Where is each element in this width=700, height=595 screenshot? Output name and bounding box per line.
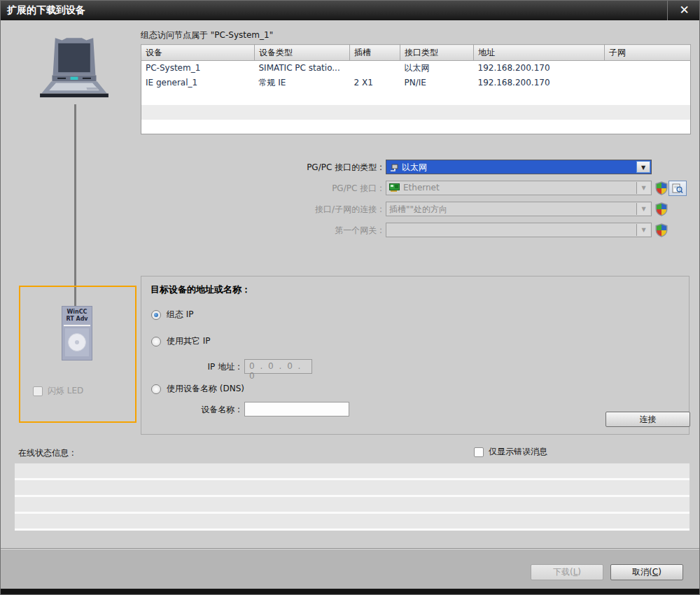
connect-button[interactable]: 连接 <box>606 412 690 427</box>
cell-subnet <box>605 76 691 90</box>
radio-icon[interactable] <box>151 310 161 320</box>
radio-configured-ip-label: 组态 IP <box>167 309 194 321</box>
cell-subnet <box>605 61 691 76</box>
device-name-label: 设备名称 : <box>152 404 240 416</box>
radio-icon[interactable] <box>151 384 161 394</box>
download-button-label: 下载( <box>553 567 573 577</box>
cancel-button[interactable]: 取消(C) <box>610 564 683 580</box>
subnet-connection-combo[interactable]: 插槽""处的方向 ▼ <box>386 202 652 216</box>
configured-nodes-table: 设备 设备类型 插槽 接口类型 地址 子网 PC-System_1 SIMATI… <box>141 44 691 134</box>
module-label-line2: RT Adv <box>62 316 92 323</box>
cancel-button-label: 取消( <box>632 567 652 577</box>
first-gateway-label: 第一个网关 : <box>221 225 382 237</box>
cell-slot: 2 X1 <box>350 76 400 90</box>
col-header-address[interactable]: 地址 <box>474 45 605 61</box>
status-message-row <box>15 514 690 531</box>
chevron-down-icon[interactable]: ▼ <box>636 161 650 173</box>
module-label-line1: WinCC <box>62 309 92 316</box>
security-shield-icon <box>654 181 668 195</box>
cell-interface-type: PN/IE <box>400 76 474 90</box>
status-message-list <box>15 463 690 531</box>
col-header-device[interactable]: 设备 <box>141 45 255 61</box>
errors-only-checkbox[interactable] <box>474 447 484 457</box>
chevron-down-icon: ▼ <box>636 182 650 194</box>
table-empty-row <box>141 120 691 134</box>
module-knob <box>68 333 86 351</box>
connection-cable <box>74 104 76 309</box>
chevron-down-icon: ▼ <box>636 203 650 215</box>
pgpc-interface-combo[interactable]: Ethernet ▼ <box>386 181 652 195</box>
radio-configured-ip[interactable]: 组态 IP <box>151 309 194 321</box>
module-body <box>65 328 89 356</box>
col-header-subnet[interactable]: 子网 <box>605 45 691 61</box>
security-shield-icon <box>654 202 668 216</box>
pg-laptop-icon <box>36 36 113 106</box>
device-name-field[interactable] <box>244 402 349 416</box>
pgpc-interface-value: Ethernet <box>403 183 440 192</box>
browse-search-button[interactable] <box>668 181 687 196</box>
security-shield-icon <box>654 223 668 237</box>
flash-led-label: 闪烁 LED <box>48 385 83 397</box>
ethernet-node-icon <box>389 164 398 172</box>
table-header-row: 设备 设备类型 插槽 接口类型 地址 子网 <box>141 45 691 61</box>
dialog-title: 扩展的下载到设备 <box>7 4 85 17</box>
wincc-rt-adv-device-icon[interactable]: WinCC RT Adv <box>62 306 92 360</box>
pgpc-interface-type-combo[interactable]: 以太网 ▼ <box>386 160 652 174</box>
target-device-panel: 目标设备的地址或名称： 组态 IP 使用其它 IP IP 地址 : 0 . 0 … <box>141 276 690 435</box>
pgpc-interface-label: PG/PC 接口 : <box>221 183 382 195</box>
errors-only-row: 仅显示错误消息 <box>474 446 547 458</box>
pgpc-interface-type-value: 以太网 <box>402 162 427 174</box>
cell-slot <box>350 61 400 76</box>
download-button[interactable]: 下载(L) <box>531 564 603 580</box>
ip-address-field[interactable]: 0 . 0 . 0 . 0 <box>244 359 312 374</box>
col-header-interface-type[interactable]: 接口类型 <box>400 45 474 61</box>
radio-device-name-dns[interactable]: 使用设备名称 (DNS) <box>151 383 244 395</box>
status-message-row <box>15 463 690 480</box>
flash-led-row: 闪烁 LED <box>33 385 83 397</box>
subnet-connection-value: 插槽""处的方向 <box>389 204 447 216</box>
cell-device-type: 常规 IE <box>255 76 350 90</box>
status-message-row <box>15 480 690 497</box>
radio-device-name-dns-label: 使用设备名称 (DNS) <box>167 383 244 395</box>
flash-led-checkbox[interactable] <box>33 386 43 396</box>
col-header-slot[interactable]: 插槽 <box>350 45 400 61</box>
table-row[interactable]: IE general_1 常规 IE 2 X1 PN/IE 192.168.20… <box>141 76 691 90</box>
status-message-row <box>15 497 690 514</box>
col-header-device-type[interactable]: 设备类型 <box>255 45 350 61</box>
nodes-table-caption: 组态访问节点属于 "PC-System_1" <box>141 29 273 41</box>
pgpc-interface-type-label: PG/PC 接口的类型 : <box>221 162 382 174</box>
ip-address-label: IP 地址 : <box>152 361 240 373</box>
target-panel-heading: 目标设备的地址或名称： <box>150 284 251 296</box>
cell-interface-type: 以太网 <box>400 61 474 76</box>
cell-device-type: SIMATIC PC statio... <box>255 61 350 76</box>
table-empty-row <box>141 90 691 105</box>
radio-icon[interactable] <box>151 337 161 346</box>
chevron-down-icon: ▼ <box>636 224 650 236</box>
radio-other-ip-label: 使用其它 IP <box>167 335 211 347</box>
network-card-icon <box>389 183 400 192</box>
cell-device: IE general_1 <box>141 76 255 90</box>
errors-only-label: 仅显示错误消息 <box>489 446 547 458</box>
extended-download-dialog: 扩展的下载到设备 ✕ WinCC RT Adv 闪烁 LED 组态访问节点属于 … <box>0 0 700 595</box>
table-row[interactable]: PC-System_1 SIMATIC PC statio... 以太网 192… <box>141 61 691 76</box>
dialog-footer: 下载(L) 取消(C) <box>1 548 700 591</box>
cell-address: 192.168.200.170 <box>474 61 605 76</box>
subnet-connection-label: 接口/子网的连接 : <box>221 204 382 216</box>
table-empty-row <box>141 105 691 120</box>
bottom-strip <box>1 589 700 594</box>
search-icon <box>672 183 683 194</box>
cell-address: 192.168.200.170 <box>474 76 605 90</box>
dialog-titlebar: 扩展的下载到设备 ✕ <box>1 1 700 20</box>
module-divider <box>64 325 90 326</box>
cell-device: PC-System_1 <box>141 61 255 76</box>
online-status-label: 在线状态信息 : <box>18 447 74 459</box>
first-gateway-combo[interactable]: ▼ <box>386 223 652 237</box>
radio-other-ip[interactable]: 使用其它 IP <box>151 335 211 347</box>
close-icon[interactable]: ✕ <box>667 1 700 20</box>
